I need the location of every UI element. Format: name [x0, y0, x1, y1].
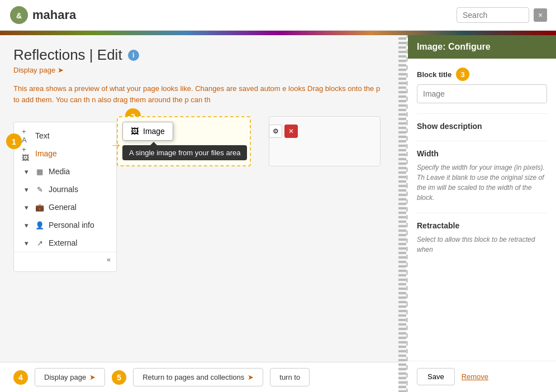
step-1-badge: 1 [6, 133, 22, 149]
journals-collapse-icon: ▾ [22, 185, 31, 194]
color-band [0, 31, 556, 35]
panel-item-journals[interactable]: ▾ ✎ Journals [14, 180, 116, 198]
close-button[interactable]: × [534, 8, 547, 22]
media-label: Media [49, 167, 70, 176]
personal-info-label: Personal info [49, 221, 94, 230]
step-3-badge: 3 [456, 68, 469, 81]
right-panel: Image: Configure Block title 3 Show desc… [406, 35, 556, 392]
blocks-panel: 1 + A Text + 🖼 Image → ▾ ▦ Media ▾ ✎ Jou… [13, 122, 117, 272]
width-label: Width [417, 149, 547, 158]
display-page-bottom-button[interactable]: Display page ➤ [35, 368, 105, 386]
general-icon: 💼 [35, 203, 44, 212]
panel-item-media[interactable]: ▾ ▦ Media [14, 162, 116, 180]
media-collapse-icon: ▾ [22, 167, 31, 176]
width-description: Specify the width for your image (in pix… [417, 162, 547, 203]
general-label: General [49, 203, 77, 212]
header-right: × [457, 7, 547, 23]
personal-info-collapse-icon: ▾ [22, 221, 31, 230]
retractable-group: Retractable Select to allow this block t… [417, 221, 547, 255]
show-description-label: Show description [417, 122, 547, 131]
turn-to-label: turn to [279, 373, 300, 381]
block-actions: ⚙ ✕ [269, 125, 298, 138]
panel-item-image[interactable]: + 🖼 Image [14, 145, 116, 162]
panel-actions: Save Remove [408, 361, 556, 392]
personal-info-icon: 👤 [35, 221, 44, 230]
text-block-label: Text [35, 131, 50, 140]
drag-arrow-icon: → [110, 138, 122, 152]
display-page-text: Display page [13, 66, 55, 74]
block-title-input[interactable] [417, 84, 547, 103]
external-label: External [49, 238, 77, 247]
right-panel-header: Image: Configure [408, 35, 556, 59]
page-title: Reflections | Edit i [13, 46, 385, 64]
search-input[interactable] [457, 7, 529, 23]
right-panel-body: Block title 3 Show description Width Spe… [408, 59, 556, 361]
image-block-icon: 🖼 [131, 127, 139, 136]
display-page-bottom-label: Display page [44, 373, 86, 381]
logo: & mahara [9, 5, 76, 25]
logo-text: mahara [32, 8, 76, 22]
journals-label: Journals [49, 185, 78, 194]
svg-text:&: & [16, 11, 22, 20]
panel-item-general[interactable]: ▾ 💼 General [14, 198, 116, 216]
image-block-sidebar-label: Image [35, 149, 57, 158]
journals-icon: ✎ [35, 185, 44, 194]
step-5-badge: 5 [112, 370, 126, 385]
gear-button[interactable]: ⚙ [269, 125, 282, 138]
display-page-arrow-icon: ➤ [58, 66, 64, 74]
divider-2 [417, 141, 547, 141]
retractable-label: Retractable [417, 221, 547, 230]
image-block-label: Image [143, 127, 165, 136]
panel-item-personal-info[interactable]: ▾ 👤 Personal info [14, 216, 116, 234]
divider-3 [417, 213, 547, 213]
text-block-icon: + A [22, 131, 31, 140]
step-4-badge: 4 [13, 370, 28, 385]
right-panel-title: Image: Configure [417, 42, 491, 52]
divider-1 [417, 113, 547, 114]
left-content: Reflections | Edit i Display page ➤ This… [0, 35, 398, 392]
panel-collapse-button[interactable]: « [14, 252, 116, 267]
external-icon: ↗ [35, 238, 44, 247]
tooltip: A single image from your files area [122, 145, 247, 160]
delete-button[interactable]: ✕ [284, 125, 298, 138]
display-page-bottom-arrow-icon: ➤ [89, 373, 96, 381]
external-collapse-icon: ▾ [22, 238, 31, 247]
main-container: Reflections | Edit i Display page ➤ This… [0, 35, 556, 392]
block-title-group: Block title 3 [417, 68, 547, 103]
return-arrow-icon: ➤ [248, 373, 254, 381]
image-block-dragging[interactable]: 🖼 Image [122, 122, 173, 141]
media-icon: ▦ [35, 167, 44, 176]
wavy-border [398, 35, 406, 392]
save-button[interactable]: Save [417, 368, 455, 385]
bottom-bar: 4 Display page ➤ 5 Return to pages and c… [0, 362, 398, 392]
mahara-logo-icon: & [9, 5, 29, 25]
info-icon[interactable]: i [128, 50, 139, 61]
display-page-link[interactable]: Display page ➤ [13, 66, 385, 74]
preview-text: This area shows a preview of what your p… [13, 83, 385, 105]
return-to-pages-button[interactable]: Return to pages and collections ➤ [133, 368, 263, 386]
block-title-label: Block title 3 [417, 68, 547, 81]
width-group: Width Specify the width for your image (… [417, 149, 547, 203]
panel-item-external[interactable]: ▾ ↗ External [14, 234, 116, 252]
remove-button[interactable]: Remove [462, 368, 488, 385]
header: & mahara × [0, 0, 556, 31]
turn-to-button[interactable]: turn to [270, 368, 310, 386]
panel-item-text[interactable]: + A Text [14, 127, 116, 145]
show-description-group: Show description [417, 122, 547, 131]
retractable-description: Select to allow this block to be retract… [417, 235, 547, 255]
image-block-icon-sidebar: + 🖼 [22, 149, 31, 158]
page-title-text: Reflections | Edit [13, 46, 122, 64]
general-collapse-icon: ▾ [22, 203, 31, 212]
return-to-pages-label: Return to pages and collections [142, 373, 244, 381]
block-placeholder-2 [269, 116, 381, 166]
